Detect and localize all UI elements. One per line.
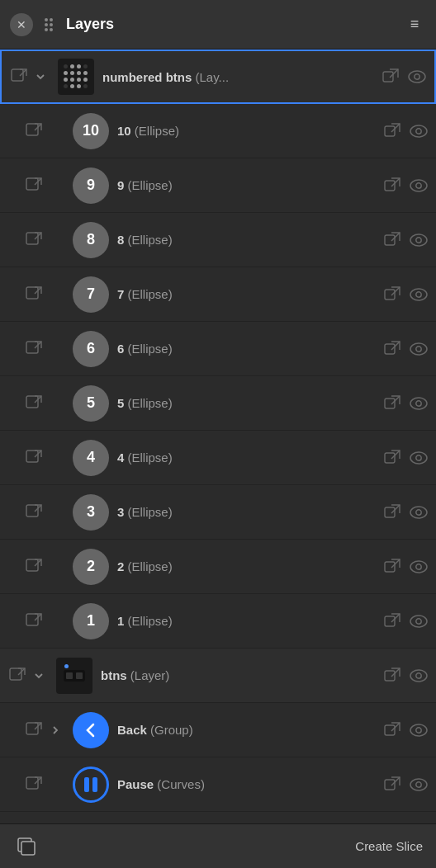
layer-thumbnail: 5	[73, 385, 109, 422]
visibility-icon[interactable]	[408, 338, 429, 360]
export-icon[interactable]	[382, 338, 403, 360]
layer-actions	[382, 175, 429, 196]
layer-row[interactable]: numbered btns (Lay...	[0, 50, 436, 104]
menu-button[interactable]: ≡	[403, 13, 426, 36]
layer-actions	[382, 556, 429, 578]
layer-row[interactable]: 3 3 (Ellipse)	[0, 485, 436, 540]
visibility-icon[interactable]	[406, 66, 428, 87]
layer-label: 1 (Ellipse)	[117, 614, 382, 628]
export-icon[interactable]	[382, 229, 403, 251]
layer-type: (Group)	[147, 723, 193, 737]
layer-actions	[382, 338, 429, 360]
collapse-icon[interactable]	[31, 68, 50, 86]
svg-point-66	[416, 781, 421, 786]
layer-actions	[382, 447, 429, 469]
menu-icon: ≡	[410, 16, 419, 33]
expand-placeholder	[46, 503, 64, 521]
svg-point-13	[416, 128, 421, 133]
layer-row[interactable]: 9 9 (Ellipse)	[0, 158, 436, 213]
layer-thumbnail: 10	[73, 113, 109, 149]
export-icon[interactable]	[382, 120, 403, 142]
export-select-icon	[23, 774, 45, 795]
export-icon[interactable]	[382, 447, 403, 469]
layer-thumbnail: 1	[73, 603, 109, 639]
layer-label: 7 (Ellipse)	[117, 287, 382, 301]
svg-point-32	[410, 398, 427, 409]
layer-row[interactable]: 10 10 (Ellipse)	[0, 104, 436, 158]
export-select-icon	[23, 338, 45, 360]
export-select-icon	[23, 719, 45, 741]
layer-label: Pause (Curves)	[117, 777, 382, 791]
layer-row[interactable]: Back (Group)	[0, 703, 436, 757]
visibility-icon[interactable]	[408, 393, 429, 414]
svg-point-17	[416, 182, 421, 187]
export-icon[interactable]	[382, 719, 403, 741]
layer-thumbnail: 6	[73, 331, 109, 367]
layer-name: numbered btns	[102, 70, 192, 84]
panel-title: Layers	[66, 16, 403, 33]
layer-row[interactable]: 7 7 (Ellipse)	[0, 267, 436, 322]
expand-placeholder	[46, 122, 64, 140]
export-select-icon	[23, 611, 45, 632]
visibility-icon[interactable]	[408, 175, 429, 196]
export-icon[interactable]	[382, 774, 403, 795]
expand-placeholder	[46, 612, 64, 630]
export-select-icon	[7, 665, 28, 686]
export-select-icon	[23, 393, 45, 414]
layer-type: (Layer)	[127, 668, 170, 682]
export-select-icon	[23, 556, 45, 578]
expand-placeholder	[46, 340, 64, 358]
svg-point-0	[45, 18, 48, 21]
svg-rect-53	[76, 672, 83, 679]
export-select-icon	[23, 502, 45, 523]
visibility-icon[interactable]	[408, 120, 429, 142]
layer-actions	[380, 66, 428, 87]
visibility-icon[interactable]	[408, 284, 429, 305]
layer-row[interactable]: 4 4 (Ellipse)	[0, 431, 436, 485]
layer-type: (Ellipse)	[131, 124, 179, 138]
layer-row[interactable]: 2 2 (Ellipse)	[0, 540, 436, 594]
visibility-icon[interactable]	[408, 774, 429, 795]
visibility-icon[interactable]	[408, 447, 429, 469]
new-layer-icon[interactable]	[13, 833, 40, 860]
svg-rect-54	[385, 671, 395, 681]
layer-row[interactable]: 6 6 (Ellipse)	[0, 322, 436, 376]
layer-row[interactable]: 5 5 (Ellipse)	[0, 376, 436, 431]
layer-row[interactable]: 1 1 (Ellipse)	[0, 594, 436, 649]
svg-point-20	[410, 234, 427, 246]
expand-placeholder	[46, 776, 64, 794]
collapse-icon[interactable]	[30, 667, 48, 685]
visibility-icon[interactable]	[408, 229, 429, 251]
visibility-icon[interactable]	[408, 556, 429, 578]
export-icon[interactable]	[382, 665, 403, 686]
svg-rect-35	[385, 453, 395, 463]
svg-point-60	[416, 727, 421, 732]
export-icon[interactable]	[382, 502, 403, 523]
export-icon[interactable]	[382, 556, 403, 578]
svg-rect-68	[21, 842, 35, 855]
export-icon[interactable]	[382, 611, 403, 632]
visibility-icon[interactable]	[408, 719, 429, 741]
create-slice-button[interactable]: Create Slice	[355, 839, 423, 853]
export-icon[interactable]	[380, 66, 401, 87]
layer-actions	[382, 284, 429, 305]
layer-row[interactable]: Pause (Curves)	[0, 757, 436, 812]
svg-point-55	[410, 670, 427, 682]
layer-name: btns	[101, 668, 127, 682]
svg-rect-27	[385, 344, 395, 354]
svg-point-41	[416, 509, 421, 514]
visibility-icon[interactable]	[408, 611, 429, 632]
export-icon[interactable]	[382, 175, 403, 196]
drag-handle[interactable]	[40, 16, 58, 34]
visibility-icon[interactable]	[408, 502, 429, 523]
layer-row[interactable]: btns (Layer)	[0, 649, 436, 703]
export-icon[interactable]	[382, 284, 403, 305]
expand-icon[interactable]	[46, 721, 64, 739]
svg-rect-7	[383, 72, 393, 82]
export-icon[interactable]	[382, 393, 403, 414]
visibility-icon[interactable]	[408, 665, 429, 686]
layer-type: (Lay...	[192, 70, 229, 84]
layer-row[interactable]: 8 8 (Ellipse)	[0, 213, 436, 267]
svg-rect-47	[385, 616, 395, 626]
close-button[interactable]: ✕	[10, 13, 33, 36]
